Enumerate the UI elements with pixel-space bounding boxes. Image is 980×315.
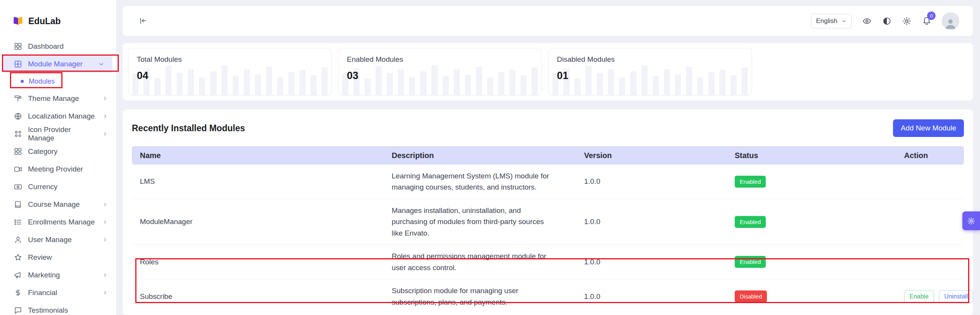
status-badge: Enabled: [735, 216, 766, 228]
chevron-right-icon: [102, 113, 108, 120]
theme-toggle-icon: [882, 16, 891, 26]
sidebar-item-label: Theme Manage: [28, 94, 79, 103]
sidebar-item-testimonials[interactable]: Testimonials: [0, 302, 116, 315]
enable-button[interactable]: Enable: [904, 290, 934, 303]
sidebar-item-label: Financial: [28, 289, 57, 297]
module-name: Subscribe: [132, 292, 384, 301]
sidebar-item-localization-manage[interactable]: Localization Manage: [0, 107, 116, 125]
sidebar-item-dashboard[interactable]: Dashboard: [0, 38, 116, 55]
module-name: LMS: [132, 177, 384, 186]
theme-toggle-button[interactable]: [882, 16, 891, 26]
module-name: Roles: [132, 258, 384, 266]
sidebar-item-financial[interactable]: Financial: [0, 284, 116, 302]
bullet-icon: [21, 80, 24, 83]
icon-provider-icon: [14, 130, 22, 138]
sidebar-item-enrollments-manage[interactable]: Enrollments Manage: [0, 213, 116, 231]
sidebar-item-user-manage[interactable]: User Manage: [0, 231, 116, 249]
customizer-button[interactable]: [962, 211, 980, 230]
module-version: 1.0.0: [576, 177, 727, 186]
module-manager-icon: [14, 60, 22, 68]
table-row-subscribe: Subscribe Subscription module for managi…: [132, 279, 964, 313]
gear-icon: [902, 16, 911, 26]
enrollments-icon: [14, 218, 22, 226]
sidebar-item-label: Testimonials: [28, 306, 68, 315]
brand-name: EduLab: [28, 16, 61, 26]
chevron-right-icon: [102, 236, 108, 243]
stat-label: Disabled Modules: [557, 55, 752, 64]
sidebar: EduLab Dashboard Module Manager Modules …: [0, 0, 117, 315]
stat-card-disabled-modules: Disabled Modules 01: [548, 48, 752, 96]
table-row-lms: LMS Learning Management System (LMS) mod…: [132, 165, 964, 199]
language-select-value: English: [816, 17, 837, 25]
status-badge: Enabled: [735, 176, 766, 188]
column-header-name: Name: [132, 151, 384, 160]
edulab-logo-icon: [12, 15, 24, 27]
modules-table: NameDescriptionVersionStatusAction LMS L…: [132, 146, 964, 313]
marketing-icon: [14, 271, 22, 279]
module-actions: EnableUninstall: [896, 290, 973, 303]
table-body: LMS Learning Management System (LMS) mod…: [132, 165, 964, 313]
settings-button[interactable]: [902, 16, 911, 26]
column-header-description: Description: [384, 151, 576, 160]
chevron-down-icon: [98, 61, 105, 68]
localization-icon: [14, 112, 22, 120]
sidebar-item-label: Currency: [28, 183, 57, 191]
sidebar-item-meeting-provider[interactable]: Meeting Provider: [0, 160, 116, 178]
column-header-action: Action: [896, 151, 964, 160]
sidebar-menu: Dashboard Module Manager Modules Theme M…: [0, 38, 116, 315]
eye-icon: [862, 16, 872, 26]
stat-value: 04: [137, 70, 332, 82]
gear-icon: [967, 217, 975, 225]
section-title: Recently Installed Modules: [132, 123, 245, 134]
stat-value: 03: [347, 70, 542, 82]
sidebar-item-review[interactable]: Review: [0, 249, 116, 266]
sidebar-item-label: Marketing: [28, 271, 60, 279]
stat-card-total-modules: Total Modules 04: [128, 48, 332, 96]
sidebar-item-marketing[interactable]: Marketing: [0, 266, 116, 284]
sidebar-item-course-manage[interactable]: Course Manage: [0, 196, 116, 213]
sidebar-item-module-manager[interactable]: Module Manager: [2, 55, 112, 73]
theme-icon: [14, 94, 22, 103]
sidebar-collapse-button[interactable]: [138, 16, 148, 26]
column-header-version: Version: [576, 151, 727, 160]
stat-label: Total Modules: [137, 55, 332, 64]
sidebar-item-label: User Manage: [28, 236, 72, 244]
module-version: 1.0.0: [576, 258, 727, 266]
chevron-right-icon: [102, 219, 108, 226]
add-new-module-button[interactable]: Add New Module: [893, 119, 964, 137]
review-icon: [14, 253, 22, 262]
table-row-roles: Roles Roles and permissions management m…: [132, 245, 964, 279]
sidebar-item-label: Meeting Provider: [28, 165, 83, 173]
sidebar-item-theme-manage[interactable]: Theme Manage: [0, 90, 116, 107]
sidebar-item-label: Enrollments Manage: [28, 218, 95, 226]
financial-icon: [14, 289, 22, 297]
chevron-right-icon: [102, 272, 108, 279]
sidebar-item-label: Localization Manage: [28, 112, 95, 120]
dashboard-icon: [14, 42, 22, 51]
sidebar-item-label: Dashboard: [28, 42, 64, 51]
table-row-modulemanager: ModuleManager Manages installation, unin…: [132, 199, 964, 245]
eye-button[interactable]: [862, 16, 872, 26]
testimonials-icon: [14, 306, 22, 315]
sidebar-item-label: Course Manage: [28, 200, 80, 209]
sidebar-item-icon-provider-manage[interactable]: Icon Provider Manage: [0, 125, 116, 143]
chevron-right-icon: [102, 289, 108, 296]
meeting-icon: [14, 165, 22, 173]
stat-label: Enabled Modules: [347, 55, 542, 64]
module-version: 1.0.0: [576, 218, 727, 226]
sidebar-subitem-modules[interactable]: Modules: [0, 73, 116, 90]
sidebar-item-category[interactable]: Category: [0, 143, 116, 160]
notifications: 0: [922, 16, 931, 26]
stat-card-enabled-modules: Enabled Modules 03: [338, 48, 542, 96]
language-select[interactable]: English: [811, 14, 852, 28]
notification-count-badge: 0: [927, 12, 936, 20]
sidebar-item-label: Category: [28, 147, 57, 156]
sidebar-item-currency[interactable]: Currency: [0, 178, 116, 196]
avatar-person-icon: [944, 17, 957, 30]
category-icon: [14, 147, 22, 156]
user-avatar[interactable]: [942, 12, 959, 30]
uninstall-button[interactable]: Uninstall: [939, 290, 973, 303]
brand-logo[interactable]: EduLab: [0, 0, 116, 38]
header-actions: English: [811, 12, 959, 30]
table-header-row: NameDescriptionVersionStatusAction: [132, 146, 964, 165]
